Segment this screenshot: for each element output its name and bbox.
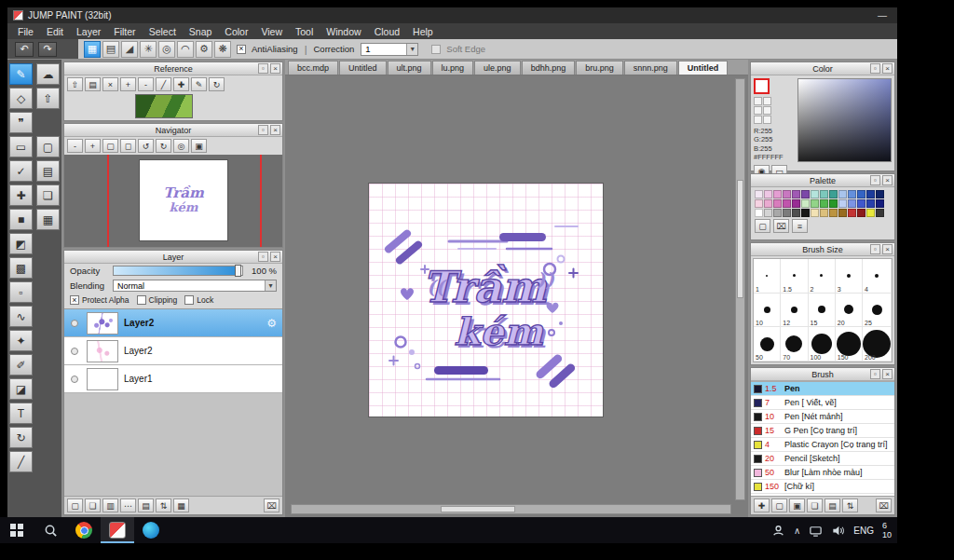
brush-item[interactable]: 50Blur [Làm nhòe màu] [751,466,894,480]
start-button[interactable] [0,517,34,543]
palette-swatch[interactable] [811,199,819,208]
brush-save-button[interactable]: ▣ [789,499,805,512]
gradient-tool[interactable]: ▩ [9,257,33,279]
dock-icon[interactable]: ▫ [258,252,268,262]
brush-size-25[interactable]: 25 [863,294,892,328]
ref-zoom-in-button[interactable]: + [120,77,136,91]
dock-icon[interactable]: ▫ [258,63,268,74]
layer-visibility-toggle[interactable] [71,376,78,383]
brush-size-100[interactable]: 100 [809,327,836,362]
text-tool[interactable]: T [9,403,33,424]
bucket-tool[interactable]: ◩ [9,233,33,254]
brush-size-20[interactable]: 20 [836,294,863,328]
palette-swatch[interactable] [848,190,856,198]
ref-pen-button[interactable]: ✎ [191,77,207,91]
snap-perspective-button[interactable]: ◢ [121,41,138,58]
menu-item-color[interactable]: Color [218,26,254,37]
layer-move-up-button[interactable]: ⇅ [156,499,171,512]
palette-swatch[interactable] [876,199,884,208]
brush-new-button[interactable]: ▢ [771,499,787,512]
close-icon[interactable]: × [270,125,280,135]
speaker-icon[interactable] [831,524,845,538]
dock-icon[interactable]: ▫ [870,244,880,254]
chrome-taskbar-button[interactable] [67,517,101,543]
tab-ule-png[interactable]: ule.png [474,61,521,75]
tab-bcc-mdp[interactable]: bcc.mdp [288,61,338,75]
brush-item[interactable]: 4Plastic Crayon [Cọ trang trí] [751,438,894,452]
palette-swatch[interactable] [811,209,819,217]
ref-eyedropper-button[interactable]: ╱ [156,77,171,91]
history-swatch[interactable] [754,106,762,115]
protect-alpha-checkbox[interactable]: × [70,295,79,305]
snap-off-button[interactable]: ▦ [84,41,101,58]
palette-swatch[interactable] [866,199,875,208]
opacity-slider[interactable] [113,266,243,276]
brush-item[interactable]: 15G Pen [Cọ trang trí] [751,424,894,438]
opacity-slider-handle[interactable] [235,265,241,277]
menu-item-view[interactable]: View [254,26,289,37]
clock[interactable]: 6 10 [882,521,895,540]
palette-swatch[interactable] [773,199,782,208]
nav-zoom-out-button[interactable]: - [67,139,83,153]
menu-item-tool[interactable]: Tool [289,26,320,37]
palette-trash-button[interactable]: ⌧ [773,219,789,233]
nav-zoom-in-button[interactable]: + [85,139,101,153]
brush-tool[interactable]: ✎ [9,63,33,85]
palette-swatch[interactable] [838,199,847,208]
menu-item-edit[interactable]: Edit [40,26,70,37]
palette-swatch[interactable] [829,199,838,208]
lasso-tool[interactable]: ∿ [9,306,33,327]
tab-untitled[interactable]: Untitled [339,61,387,75]
brush-sort-button[interactable]: ⇅ [842,499,858,512]
palette-swatch[interactable] [792,199,800,208]
snap-settings-button[interactable]: ⚙ [196,41,212,58]
palette-swatch[interactable] [866,209,875,217]
palette-swatch[interactable] [792,209,800,217]
lock-checkbox[interactable] [184,295,194,305]
palette-swatch[interactable] [838,190,847,198]
layers-tool[interactable]: ❏ [36,184,60,206]
palette-swatch[interactable] [764,209,772,217]
artboard[interactable]: Trầm kém Trầm kém (( )) [369,184,603,417]
horizontal-scrollbar-thumb[interactable] [441,506,515,512]
nav-rotate-right-button[interactable]: ↻ [156,139,171,153]
brush-duplicate-button[interactable]: ❏ [807,499,823,512]
ref-folder-button[interactable]: ▤ [85,77,101,91]
ref-up-button[interactable]: ⇧ [67,77,83,91]
search-button[interactable] [34,517,67,543]
vertical-scrollbar[interactable] [735,78,745,500]
history-swatch[interactable] [763,116,771,124]
navigator-preview[interactable]: Trầm kém [64,155,282,247]
select-eraser-tool[interactable]: ◪ [9,378,33,400]
marquee-select-tool[interactable]: ▫ [9,281,33,303]
document-tool[interactable]: ▤ [36,160,60,182]
brush-item[interactable]: 150[Chữ kí] [751,480,894,494]
layer-visibility-toggle[interactable] [71,348,78,355]
history-swatch[interactable] [754,97,762,105]
menu-item-select[interactable]: Select [143,26,183,37]
palette-swatch[interactable] [773,209,782,217]
palette-swatch[interactable] [783,190,791,198]
dock-icon[interactable]: ▫ [258,125,268,135]
close-icon[interactable]: × [882,63,893,74]
palette-swatch[interactable] [857,199,865,208]
layer-trash-button[interactable]: ⌧ [264,499,279,512]
layer-more-button[interactable]: ⋯ [120,499,136,512]
palette-swatch[interactable] [857,209,865,217]
network-icon[interactable] [809,524,823,538]
brush-size-70[interactable]: 70 [781,327,808,362]
reference-image-thumbnail[interactable] [135,94,193,118]
layer-merge-button[interactable]: ▥ [102,499,118,512]
select-pen-tool[interactable]: ✐ [9,354,33,376]
brush-item[interactable]: 7Pen [ Viết, vẽ] [751,396,894,410]
dock-icon[interactable]: ▫ [870,175,880,185]
brush-size-15[interactable]: 15 [809,294,836,328]
brush-size-1[interactable]: 1 [754,259,781,294]
horizontal-scrollbar[interactable] [291,504,731,514]
brush-item[interactable]: 20Pencil [Sketch] [751,452,894,466]
tab-lu-png[interactable]: lu.png [432,61,474,75]
palette-swatch[interactable] [848,199,856,208]
dock-icon[interactable]: ▫ [870,369,880,379]
nav-reset-button[interactable]: ◎ [173,139,189,153]
palette-swatch[interactable] [801,190,810,198]
